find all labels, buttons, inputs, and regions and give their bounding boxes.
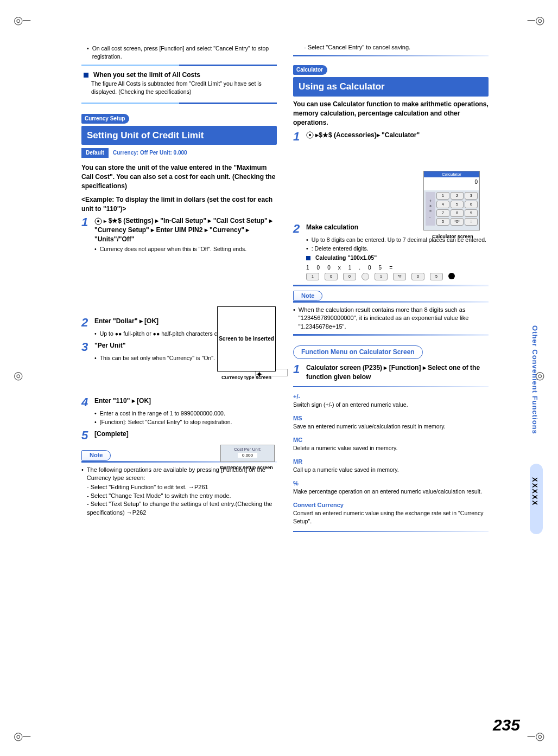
step-note: [Function]: Select "Cancel Entry" to sto… — [100, 418, 232, 426]
func-item-desc: Switch sign (+/-) of an entered numeric … — [293, 401, 489, 409]
default-row: Default Currency: Off Per Unit: 0.000 — [81, 148, 277, 158]
func-item-title: MS — [293, 414, 489, 422]
step-note: Currency does not appear when this is "O… — [100, 245, 247, 253]
key-sequence-labels: 100x1.05= — [306, 264, 489, 272]
body-text: On call cost screen, press [Function] an… — [92, 44, 277, 60]
svg-point-3 — [309, 134, 311, 136]
bullet-icon: • — [306, 236, 308, 244]
step-number: 5 — [81, 430, 91, 441]
nav-key-icon — [362, 273, 369, 280]
topic-tag: Currency Setup — [81, 114, 129, 124]
divider — [293, 531, 489, 532]
divider — [81, 102, 277, 104]
right-column: - Select "Cancel Entry" to cancel saving… — [293, 43, 489, 537]
divider — [81, 65, 277, 66]
screen-caption: Calculator screen — [423, 233, 482, 240]
func-item-desc: Delete a numeric value saved in memory. — [293, 444, 489, 452]
screen-image: Cost Per Unit:0.000 — [220, 445, 275, 462]
step-number: 3 — [81, 341, 91, 353]
keypad-icon: 1 — [306, 273, 319, 280]
bullet-icon: • — [94, 354, 97, 362]
crop-mark-icon: ◎─ — [14, 729, 30, 742]
step-number: 2 — [293, 223, 303, 235]
subheading: When you set the limit of All Costs — [93, 71, 200, 79]
intro-text: You can use Calculator function to make … — [293, 100, 489, 127]
func-item-title: +/- — [293, 393, 489, 401]
bullet-icon: • — [94, 409, 97, 418]
keypad-icon: 5 — [430, 273, 443, 280]
step-number: 4 — [81, 396, 91, 408]
func-item-title: MC — [293, 436, 489, 444]
keypad-icon: *# — [393, 273, 406, 280]
step-text: [Complete] — [94, 430, 277, 439]
svg-point-1 — [97, 220, 99, 222]
func-item-desc: Convert an entered numeric value using t… — [293, 509, 489, 525]
func-item-desc: Call up a numeric value saved in memory. — [293, 466, 489, 474]
step-text: Calculator screen (P235) ▸ [Function] ▸ … — [306, 363, 489, 382]
func-item-title: Convert Currency — [293, 501, 489, 509]
calc-heading: Calculating "100x1.05" — [315, 254, 377, 261]
example-text: <Example: To display the limit in dollar… — [81, 195, 277, 214]
func-item-title: % — [293, 479, 489, 488]
body-text: The figure All Costs is subtracted from … — [91, 80, 277, 95]
step-number: 2 — [81, 317, 91, 329]
step-note: : Delete entered digits. — [312, 245, 369, 253]
bullet-icon: • — [81, 466, 84, 474]
note-label: Note — [81, 450, 111, 460]
note-label: Note — [293, 291, 322, 301]
divider — [293, 55, 489, 56]
section-mark: XXXXX — [531, 477, 539, 506]
square-marker-icon — [306, 256, 310, 260]
keypad-icon: 0 — [325, 273, 338, 280]
divider — [293, 386, 489, 387]
default-value: Currency: Off Per Unit: 0.000 — [109, 148, 277, 158]
crop-mark-icon: ─◎ — [528, 14, 544, 27]
step-number: 1 — [293, 363, 303, 375]
note-text: When the calculation result contains mor… — [299, 306, 489, 331]
divider — [293, 285, 489, 286]
step-note: Enter a cost in the range of 1 to 999000… — [100, 409, 225, 418]
screen-caption: Currency type screen — [217, 374, 276, 381]
step-text: ▸$★$ (Accessories)▸ "Calculator" — [306, 131, 489, 140]
key-sequence-icons: 1 0 0 1 *# 0 5 — [306, 273, 489, 280]
crop-mark-icon: ◎─ — [14, 14, 30, 27]
square-marker-icon — [84, 73, 88, 78]
crop-mark-icon: ◎ — [14, 369, 23, 382]
screen-caption: Currency setup screen — [217, 464, 276, 471]
left-column: • On call cost screen, press [Function] … — [81, 43, 277, 537]
section-title: Using as Calculator — [293, 77, 489, 97]
screen-placeholder: Screen to be inserted — [217, 306, 276, 371]
step-number: 1 — [81, 216, 91, 228]
func-item-desc: Save an entered numeric value/calculatio… — [293, 422, 489, 431]
manual-page: ◎─ ─◎ ◎─ ─◎ ◎ ◎ ✦ Other Convenient Funct… — [0, 0, 558, 756]
bullet-icon: • — [94, 245, 97, 253]
default-label: Default — [81, 148, 109, 158]
divider — [293, 301, 489, 303]
topic-tag: Calculator — [293, 65, 327, 75]
bullet-icon: • — [94, 330, 97, 338]
function-menu-heading: Function Menu on Calculator Screen — [293, 345, 423, 359]
bullet-icon: • — [94, 418, 97, 426]
step-note: This can be set only when "Currency" is … — [100, 354, 215, 362]
page-number: 235 — [493, 716, 520, 734]
func-item-desc: Make percentage operation on an entered … — [293, 488, 489, 496]
body-text: Select "Cancel Entry" to cancel saving. — [308, 44, 410, 50]
calculator-screen-image: Calculator 0 +×=- 123 456 789 0*0*= — [423, 171, 480, 230]
center-key-icon — [94, 217, 102, 225]
keypad-icon: 0 — [343, 273, 356, 280]
divider — [293, 334, 489, 336]
bullet-icon: • — [306, 245, 308, 253]
section-title: Setting Unit of Credit Limit — [81, 126, 277, 145]
step-number: 1 — [293, 131, 303, 143]
center-key-icon — [448, 273, 455, 279]
step-text: ▸ $★$ (Settings) ▸ "In-Call Setup" ▸ "Ca… — [94, 216, 277, 244]
note-item: Select "Text Setup" to change the settin… — [87, 501, 272, 515]
crop-mark-icon: ─◎ — [528, 729, 544, 742]
keypad-icon: 0 — [411, 273, 424, 280]
center-key-icon — [306, 131, 314, 139]
step-text: Enter "110" ▸ [OK] — [94, 396, 277, 406]
section-label: Other Convenient Functions — [531, 325, 539, 434]
bullet-icon: • — [87, 44, 89, 53]
bullet-icon: • — [293, 306, 295, 314]
intro-text: You can store the unit of the value ente… — [81, 163, 277, 190]
